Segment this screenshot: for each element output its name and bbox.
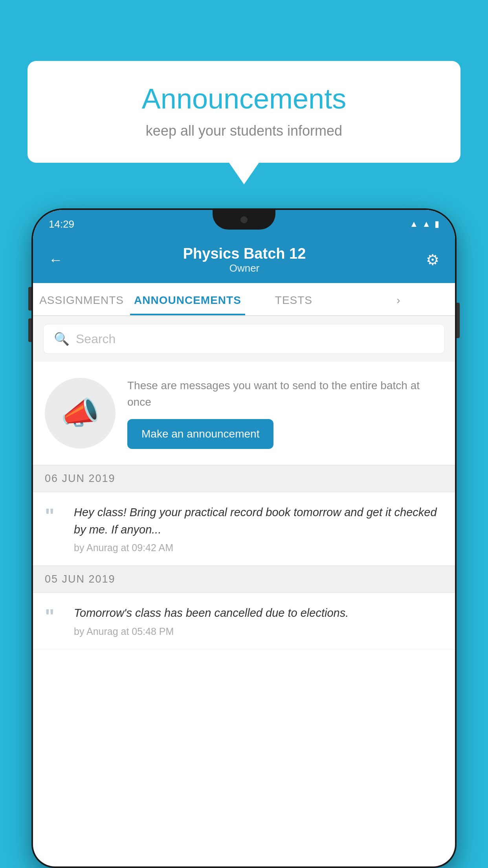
tab-assignments[interactable]: ASSIGNMENTS xyxy=(33,283,130,315)
search-container: 🔍 Search xyxy=(33,316,455,362)
search-icon: 🔍 xyxy=(54,331,70,346)
quote-icon-1: " xyxy=(45,506,64,526)
camera xyxy=(240,216,248,223)
announcement-meta-2: by Anurag at 05:48 PM xyxy=(74,626,349,637)
back-button[interactable]: ← xyxy=(49,252,63,268)
status-bar: 14:29 ▲ ▲ ▮ xyxy=(33,210,455,238)
tabs-bar: ASSIGNMENTS ANNOUNCEMENTS TESTS › xyxy=(33,283,455,316)
announcement-prompt: 📣 These are messages you want to send to… xyxy=(33,362,455,465)
announcement-content-2: Tomorrow's class has been cancelled due … xyxy=(74,605,349,637)
speech-bubble-container: Announcements keep all your students inf… xyxy=(28,61,460,184)
announcement-text-group: These are messages you want to send to t… xyxy=(127,377,443,449)
search-input[interactable]: Search xyxy=(76,332,116,346)
announcement-item-1: " Hey class! Bring your practical record… xyxy=(33,492,455,566)
announcement-message-2: Tomorrow's class has been cancelled due … xyxy=(74,605,349,622)
date-separator-2: 05 JUN 2019 xyxy=(33,566,455,593)
megaphone-circle: 📣 xyxy=(45,378,116,449)
volume-down-button[interactable] xyxy=(28,318,31,342)
tab-more[interactable]: › xyxy=(342,283,455,315)
announcement-item-2: " Tomorrow's class has been cancelled du… xyxy=(33,593,455,649)
battery-icon: ▮ xyxy=(435,219,439,229)
batch-title: Physics Batch 12 xyxy=(183,245,306,262)
signal-icon: ▲ xyxy=(422,219,431,229)
search-box[interactable]: 🔍 Search xyxy=(43,324,445,354)
status-time: 14:29 xyxy=(49,218,74,230)
speech-bubble-title: Announcements xyxy=(51,83,437,115)
announcement-meta-1: by Anurag at 09:42 AM xyxy=(74,542,443,554)
tab-announcements[interactable]: ANNOUNCEMENTS xyxy=(130,283,245,315)
make-announcement-button[interactable]: Make an announcement xyxy=(127,419,273,449)
megaphone-icon: 📣 xyxy=(61,395,100,432)
notch xyxy=(213,210,275,230)
wifi-icon: ▲ xyxy=(409,219,418,229)
settings-icon[interactable]: ⚙ xyxy=(426,251,439,268)
quote-icon-2: " xyxy=(45,606,64,627)
status-icons: ▲ ▲ ▮ xyxy=(409,219,439,229)
app-header: ← Physics Batch 12 Owner ⚙ xyxy=(33,238,455,283)
announcement-message-1: Hey class! Bring your practical record b… xyxy=(74,504,443,538)
volume-up-button[interactable] xyxy=(28,287,31,311)
announcement-content-1: Hey class! Bring your practical record b… xyxy=(74,504,443,554)
header-title-group: Physics Batch 12 Owner xyxy=(183,245,306,274)
batch-role: Owner xyxy=(183,262,306,274)
tab-tests[interactable]: TESTS xyxy=(245,283,342,315)
announcement-description: These are messages you want to send to t… xyxy=(127,377,443,410)
phone-frame: 14:29 ▲ ▲ ▮ ← Physics Batch 12 Owner ⚙ A… xyxy=(31,208,457,868)
speech-bubble-tail xyxy=(229,163,259,184)
date-separator-1: 06 JUN 2019 xyxy=(33,465,455,492)
power-button[interactable] xyxy=(457,303,460,338)
speech-bubble: Announcements keep all your students inf… xyxy=(28,61,460,163)
speech-bubble-subtitle: keep all your students informed xyxy=(51,123,437,139)
phone-screen: 14:29 ▲ ▲ ▮ ← Physics Batch 12 Owner ⚙ A… xyxy=(33,210,455,866)
